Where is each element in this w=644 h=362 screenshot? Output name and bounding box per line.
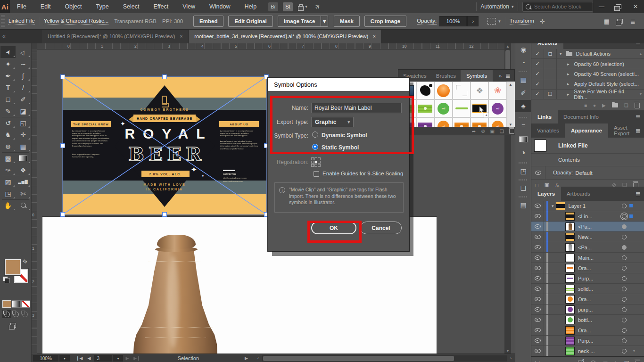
linked-file-link[interactable]: Linked File [8, 18, 35, 25]
target-circle[interactable] [622, 276, 627, 281]
symbol-orange-circle[interactable]: nd [435, 117, 453, 127]
scroll-up-icon[interactable]: ▲ [507, 82, 514, 87]
none-mode-button[interactable] [21, 300, 30, 308]
panel-grip[interactable] [519, 196, 528, 197]
panel-menu-icon[interactable]: ≣ [502, 72, 514, 79]
eraser-tool[interactable]: ◪ [16, 105, 31, 117]
target-circle[interactable] [622, 255, 627, 260]
layer-row[interactable]: purp... [531, 304, 644, 315]
screen-mode-button[interactable] [10, 322, 16, 329]
prev-artboard-icon[interactable]: ◀ [85, 356, 93, 361]
tab-artboards[interactable]: Artboards [561, 187, 596, 201]
blend-tool[interactable]: ❖ [16, 164, 31, 176]
action-check-icon[interactable]: ✓ [531, 69, 544, 79]
menu-window[interactable]: Window [202, 3, 237, 10]
layer-row[interactable]: Main... [531, 253, 644, 263]
panel-menu-icon[interactable]: ≣ [630, 18, 636, 25]
chevron-down-icon[interactable]: ▾ [498, 19, 501, 24]
layers-panel-icon[interactable]: ❏ [515, 182, 531, 194]
target-circle[interactable] [622, 287, 627, 291]
cancel-button[interactable]: Cancel [360, 222, 402, 234]
selection-handle[interactable] [162, 74, 167, 79]
perspective-grid-tool[interactable]: ▦ [16, 140, 31, 152]
make-mask-icon[interactable]: ▣ [603, 360, 608, 362]
horizontal-scrollbar[interactable] [262, 355, 507, 362]
layer-thumbnail[interactable] [566, 275, 574, 282]
artboard-number[interactable]: 3 [94, 355, 112, 362]
mask-button[interactable]: Mask [334, 16, 360, 27]
menu-view[interactable]: View [175, 3, 202, 10]
layer-row[interactable]: New... [531, 232, 644, 242]
menu-select[interactable]: Select [116, 3, 147, 10]
align-panel-icon[interactable]: ▤ [515, 199, 531, 211]
scroll-down-icon[interactable]: ▼ [504, 348, 511, 354]
image-trace-dropdown[interactable]: ▾ [321, 16, 328, 27]
layer-row[interactable]: <Pa... [531, 242, 644, 253]
registration-point[interactable] [311, 157, 314, 160]
appearance-row[interactable]: Contents [531, 154, 644, 166]
action-check-icon[interactable]: ✓ [531, 49, 544, 58]
visibility-eye-icon[interactable] [531, 346, 544, 356]
grid-icon[interactable]: ▦ [604, 18, 610, 25]
expand-icon[interactable]: ▾ [560, 51, 562, 56]
collect-for-export-icon[interactable] [578, 361, 584, 362]
rootbeer-bottle-artwork[interactable] [133, 235, 217, 354]
scroll-up-icon[interactable]: ▲ [504, 43, 511, 49]
swap-fill-stroke-icon[interactable]: ⇄ [21, 258, 29, 265]
mesh-tool[interactable]: ▩ [0, 152, 16, 164]
artboard-dropdown-icon[interactable]: ▾ [113, 355, 123, 362]
bridge-button[interactable]: Br [268, 2, 278, 11]
target-circle[interactable] [622, 307, 627, 312]
symbol-orange-orb[interactable] [435, 82, 453, 99]
transparency-panel-icon[interactable]: ◑ [515, 146, 531, 158]
visibility-eye-icon[interactable] [531, 222, 544, 231]
visibility-eye-icon[interactable] [531, 294, 544, 304]
symbol-libraries-icon[interactable]: ➦ [472, 129, 476, 134]
nine-slice-label[interactable]: Enable Guides for 9-Slice Scaling [322, 171, 403, 176]
opacity-label[interactable]: Opacity: [417, 18, 437, 25]
action-check-icon[interactable]: ✓ [531, 59, 544, 68]
vertical-ruler[interactable] [31, 43, 37, 354]
appearance-row[interactable]: Linked File [531, 138, 644, 154]
panel-grip[interactable] [1, 15, 5, 27]
pencil-tool[interactable]: ✎ [0, 105, 16, 117]
zoom-tool[interactable] [16, 199, 31, 211]
selection-indicator[interactable] [629, 204, 633, 207]
action-row[interactable]: ✓ ☐ ▸ Save For Web GIF 64 Dith... ▼ [531, 90, 644, 99]
panel-grip[interactable] [519, 117, 528, 118]
action-dialog-toggle-icon[interactable]: ☐ [544, 90, 557, 99]
new-action-icon[interactable]: ❏ [624, 103, 628, 108]
selection-indicator[interactable] [629, 214, 633, 218]
symbol-options-icon[interactable]: ▣ [490, 129, 495, 134]
expand-icon[interactable]: ▸ [567, 62, 570, 66]
new-sublayer-icon[interactable]: ↰ [614, 360, 618, 362]
action-row[interactable]: ✓ ▸ Opacity 60 (selection) [531, 59, 644, 69]
swatches-panel-icon[interactable]: ▦ [515, 74, 531, 86]
layer-thumbnail[interactable] [566, 327, 574, 334]
registration-point[interactable] [318, 161, 321, 164]
selection-tool[interactable]: ➤ [0, 46, 16, 58]
target-circle[interactable] [622, 224, 627, 229]
color-mode-button[interactable] [2, 300, 11, 308]
expand-icon[interactable]: ▾ [552, 204, 554, 208]
registration-point[interactable] [318, 157, 321, 160]
symbol-green-line[interactable] [453, 99, 471, 117]
symbol-purple-banner-2[interactable] [416, 117, 434, 127]
symbols-panel-icon[interactable]: ♣ [515, 100, 531, 112]
registration-point[interactable] [318, 164, 321, 167]
horizontal-ruler[interactable] [37, 43, 511, 49]
workspace-switcher[interactable]: Automation [480, 3, 509, 10]
stock-button[interactable]: St [283, 2, 292, 11]
delete-layer-icon[interactable] [635, 361, 640, 362]
draw-behind-button[interactable] [11, 310, 20, 318]
new-set-icon[interactable] [612, 103, 618, 107]
layer-row[interactable]: neck ... ▼ [531, 346, 644, 356]
gradient-tool[interactable] [16, 152, 31, 164]
draw-inside-button[interactable] [20, 310, 29, 318]
isolate-icon[interactable]: ✛ [540, 18, 545, 25]
scroll-up-icon[interactable]: ▲ [639, 52, 643, 56]
panel-menu-icon[interactable]: ≣ [636, 187, 644, 201]
layer-row[interactable]: Ora... [531, 325, 644, 336]
tab-layers[interactable]: Layers [531, 187, 561, 201]
visibility-eye-icon[interactable] [531, 336, 544, 346]
